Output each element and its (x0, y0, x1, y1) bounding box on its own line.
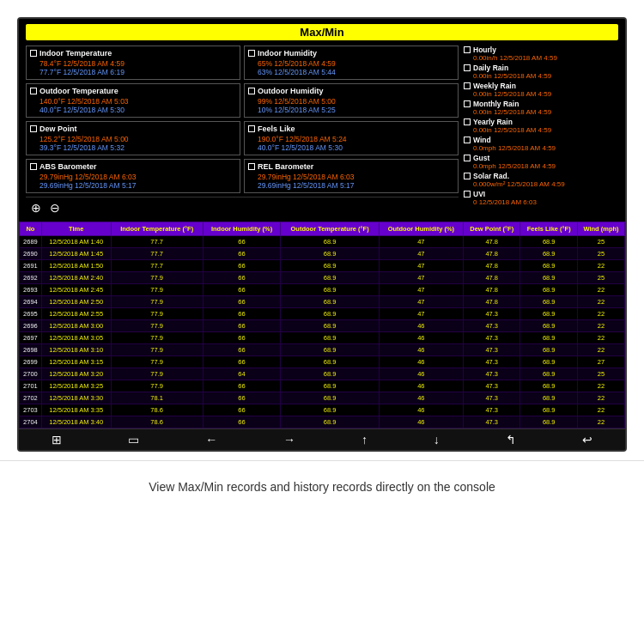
rain-checkbox[interactable] (464, 137, 471, 143)
rain-checkbox[interactable] (464, 118, 471, 125)
rain-label: Wind (473, 136, 556, 144)
table-cell: 77.9 (111, 344, 203, 356)
rain-checkbox[interactable] (464, 100, 471, 107)
indoor-temp-checkbox[interactable] (30, 50, 37, 57)
feels-like-checkbox[interactable] (248, 125, 255, 132)
table-cell: 12/5/2018 AM 1:40 (41, 236, 111, 248)
table-cell: 77.9 (111, 272, 203, 284)
rain-checkbox[interactable] (464, 155, 471, 161)
table-cell: 68.9 (520, 296, 578, 308)
table-cell: 22 (578, 260, 625, 272)
table-row[interactable]: 269612/5/2018 AM 3:0077.96668.94647.368.… (20, 320, 625, 332)
rain-label: Monthly Rain (473, 100, 551, 108)
nav-grid-icon[interactable]: ⊞ (52, 433, 62, 447)
table-row[interactable]: 269312/5/2018 AM 2:4577.96668.94747.868.… (20, 284, 625, 296)
table-row[interactable]: 270212/5/2018 AM 3:3078.16668.94647.368.… (20, 392, 625, 404)
table-cell: 68.9 (520, 332, 578, 344)
rel-barometer-min: 29.69inHg 12/5/2018 AM 5:17 (258, 181, 454, 190)
table-cell: 2694 (20, 296, 42, 308)
outdoor-humidity-checkbox[interactable] (248, 88, 255, 94)
table-cell: 66 (203, 416, 281, 428)
rain-checkbox[interactable] (464, 173, 471, 179)
rain-checkbox[interactable] (464, 191, 471, 197)
zoom-out-button[interactable]: ⊖ (50, 201, 60, 215)
table-cell: 47.3 (463, 332, 520, 344)
table-cell: 12/5/2018 AM 3:20 (41, 368, 111, 380)
table-cell: 68.9 (520, 320, 578, 332)
rain-item-content: Gust 0.0mph 12/5/2018 AM 4:59 (473, 154, 556, 170)
history-table: NoTimeIndoor Temperature (°F)Indoor Humi… (19, 222, 625, 428)
nav-down-icon[interactable]: ↓ (434, 433, 440, 447)
table-cell: 47 (379, 296, 463, 308)
table-row[interactable]: 269912/5/2018 AM 3:1577.96668.94647.368.… (20, 356, 625, 368)
table-cell: 66 (203, 260, 281, 272)
table-cell: 22 (578, 392, 625, 404)
table-row[interactable]: 270312/5/2018 AM 3:3578.66668.94647.368.… (20, 404, 625, 416)
table-row[interactable]: 270412/5/2018 AM 3:4078.66668.94647.368.… (20, 416, 625, 428)
indoor-humidity-label: Indoor Humidity (248, 49, 454, 58)
table-row[interactable]: 269712/5/2018 AM 3:0577.96668.94647.368.… (20, 332, 625, 344)
table-cell: 47.3 (463, 368, 520, 380)
table-cell: 47.8 (463, 236, 520, 248)
separator (0, 460, 644, 461)
table-cell: 46 (379, 404, 463, 416)
table-row[interactable]: 269412/5/2018 AM 2:5077.96668.94747.868.… (20, 296, 625, 308)
rain-checkbox[interactable] (464, 82, 471, 89)
rain-checkbox[interactable] (464, 46, 471, 53)
table-cell: 68.9 (281, 296, 379, 308)
dew-point-block: Dew Point 125.2°F 12/5/2018 AM 5:00 39.3… (26, 121, 240, 155)
rain-item-content: Daily Rain 0.00in 12/5/2018 AM 4:59 (473, 64, 551, 80)
table-cell: 2704 (20, 416, 42, 428)
table-row[interactable]: 269212/5/2018 AM 2:4077.96668.94747.868.… (20, 272, 625, 284)
table-cell: 47 (379, 284, 463, 296)
outdoor-temp-checkbox[interactable] (30, 88, 37, 94)
dew-point-checkbox[interactable] (30, 125, 37, 132)
nav-refresh-icon[interactable]: ↰ (506, 433, 516, 447)
rain-checkbox[interactable] (464, 64, 471, 71)
feels-like-max: 190.0°F 12/5/2018 AM 5:24 (258, 135, 454, 143)
table-cell: 66 (203, 356, 281, 368)
nav-back-icon[interactable]: ← (205, 433, 217, 447)
table-row[interactable]: 269012/5/2018 AM 1:4577.76668.94747.868.… (20, 248, 625, 260)
table-cell: 47.8 (463, 284, 520, 296)
rel-barometer-label: REL Barometer (248, 162, 454, 171)
table-column-header: No (20, 222, 42, 236)
abs-barometer-block: ABS Barometer 29.79inHg 12/5/2018 AM 6:0… (26, 159, 240, 193)
table-cell: 68.9 (281, 320, 379, 332)
outdoor-humidity-min: 10% 12/5/2018 AM 5:25 (258, 106, 454, 114)
table-cell: 46 (379, 416, 463, 428)
table-cell: 66 (203, 284, 281, 296)
nav-return-icon[interactable]: ↩ (582, 433, 592, 447)
outdoor-temp-label: Outdoor Temperature (30, 87, 236, 95)
zoom-in-button[interactable]: ⊕ (31, 201, 41, 215)
table-cell: 68.9 (520, 392, 578, 404)
indoor-humidity-checkbox[interactable] (248, 50, 255, 57)
outdoor-humidity-label: Outdoor Humidity (248, 87, 454, 95)
abs-barometer-max: 29.79inHg 12/5/2018 AM 6:03 (39, 173, 236, 181)
dew-point-label: Dew Point (30, 125, 236, 133)
table-cell: 68.9 (520, 380, 578, 392)
nav-up-icon[interactable]: ↑ (361, 433, 368, 447)
table-cell: 47.8 (463, 248, 520, 260)
abs-barometer-checkbox[interactable] (30, 163, 37, 170)
table-cell: 47.3 (463, 320, 520, 332)
table-row[interactable]: 270112/5/2018 AM 3:2577.96668.94647.368.… (20, 380, 625, 392)
rel-barometer-checkbox[interactable] (248, 163, 255, 170)
nav-forward-icon[interactable]: → (283, 433, 295, 447)
table-cell: 2697 (20, 332, 42, 344)
table-row[interactable]: 269512/5/2018 AM 2:5577.96668.94747.368.… (20, 308, 625, 320)
table-cell: 68.9 (520, 404, 578, 416)
table-row[interactable]: 269112/5/2018 AM 1:5077.76668.94747.868.… (20, 260, 625, 272)
table-cell: 12/5/2018 AM 1:45 (41, 248, 111, 260)
table-cell: 47.3 (463, 308, 520, 320)
table-row[interactable]: 268912/5/2018 AM 1:4077.76668.94747.868.… (20, 236, 625, 248)
table-cell: 2701 (20, 380, 42, 392)
table-row[interactable]: 269812/5/2018 AM 3:1077.96668.94647.368.… (20, 344, 625, 356)
table-cell: 12/5/2018 AM 2:45 (41, 284, 111, 296)
outdoor-temp-block: Outdoor Temperature 140.0°F 12/5/2018 AM… (26, 83, 240, 118)
rain-label: Hourly (473, 46, 557, 54)
nav-window-icon[interactable]: ▭ (128, 433, 139, 447)
rain-value: 0.00in 12/5/2018 AM 4:59 (473, 108, 551, 116)
rain-item: Yearly Rain 0.00in 12/5/2018 AM 4:59 (464, 118, 618, 134)
table-row[interactable]: 270012/5/2018 AM 3:2077.96468.94647.368.… (20, 368, 625, 380)
